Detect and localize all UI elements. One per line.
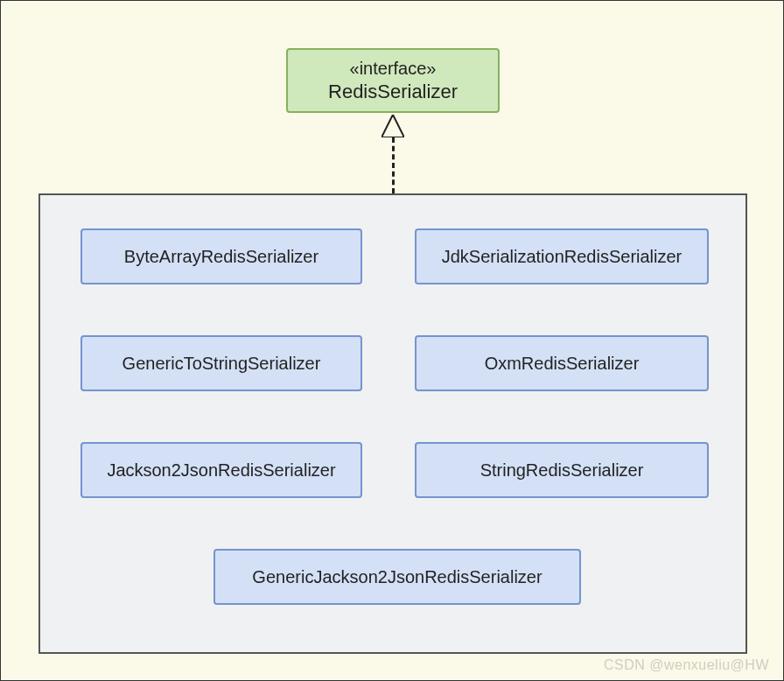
interface-node: «interface» RedisSerializer [286,48,500,113]
diagram-canvas: «interface» RedisSerializer ByteArrayRed… [0,0,784,681]
class-label: GenericJackson2JsonRedisSerializer [252,567,542,587]
realization-arrowhead-icon [382,115,404,137]
watermark-text: CSDN @wenxueliu@HW [604,657,769,673]
interface-stereotype: «interface» [350,57,437,80]
class-label: OxmRedisSerializer [485,354,640,374]
interface-name: RedisSerializer [328,80,458,105]
class-node-jackson2json: Jackson2JsonRedisSerializer [80,442,362,498]
class-node-jdkserialization: JdkSerializationRedisSerializer [415,228,709,284]
class-label: GenericToStringSerializer [122,354,321,374]
class-label: JdkSerializationRedisSerializer [442,247,682,267]
svg-marker-0 [382,115,404,137]
class-node-genericjackson2json: GenericJackson2JsonRedisSerializer [214,549,581,605]
implementations-container: ByteArrayRedisSerializer JdkSerializatio… [38,193,747,654]
class-node-string: StringRedisSerializer [415,442,709,498]
class-label: Jackson2JsonRedisSerializer [107,460,335,481]
class-node-oxm: OxmRedisSerializer [415,335,709,391]
class-label: StringRedisSerializer [480,460,644,481]
class-label: ByteArrayRedisSerializer [124,247,318,267]
realization-line [392,137,395,193]
class-node-bytearray: ByteArrayRedisSerializer [80,228,362,284]
class-node-generictostring: GenericToStringSerializer [80,335,362,391]
